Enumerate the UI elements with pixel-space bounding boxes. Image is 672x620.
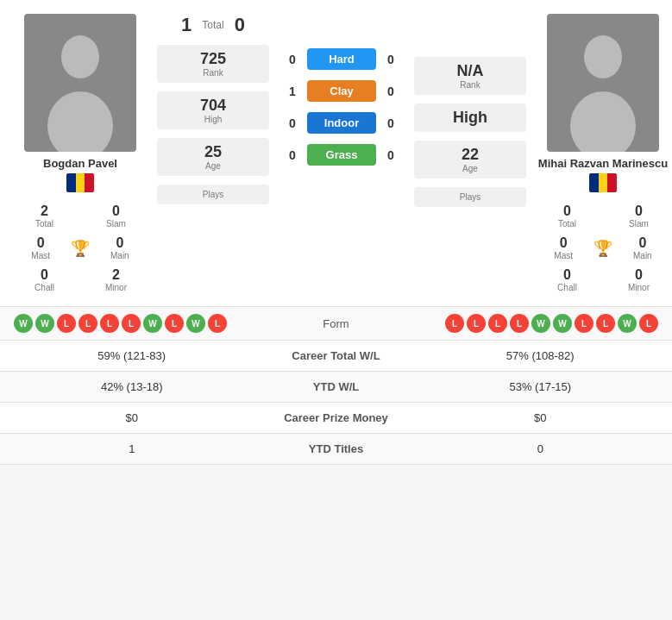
right-age-label: Age xyxy=(423,164,518,173)
total-score-row: 1 Total 0 xyxy=(157,14,269,36)
left-slam-value: 0 xyxy=(112,204,120,219)
right-form-badges: LLLLWWLLWL xyxy=(397,314,659,333)
left-plays-box: Plays xyxy=(157,185,269,204)
bottom-section: WWLLLLWLWL Form LLLLWWLLWL 59% (121-83) … xyxy=(0,306,672,465)
right-trophy-icon: 🏆 xyxy=(593,239,612,258)
left-rank-value: 725 xyxy=(166,50,261,68)
stats-right-2: $0 xyxy=(423,411,659,424)
right-rank-label: Rank xyxy=(423,80,518,90)
right-minor-stat: 0 Minor xyxy=(608,267,669,292)
right-player-stats: 0 Total 0 Slam 0 Mast 🏆 0 Main xyxy=(530,204,672,292)
form-row: WWLLLLWLWL Form LLLLWWLLWL xyxy=(0,307,672,341)
left-total-stat: 2 Total xyxy=(14,204,75,229)
form-badge-l: L xyxy=(575,314,593,333)
form-badge-l: L xyxy=(488,314,507,333)
stats-left-2: $0 xyxy=(14,411,250,424)
right-chall-label: Chall xyxy=(557,283,577,292)
left-player-avatar xyxy=(24,14,136,152)
right-player-avatar xyxy=(547,14,659,152)
form-badge-l: L xyxy=(596,314,615,333)
stats-right-3: 0 xyxy=(423,442,659,455)
hard-button[interactable]: Hard xyxy=(307,48,376,70)
right-main-value: 0 xyxy=(638,235,646,251)
stats-center-1: YTD W/L xyxy=(250,380,423,393)
right-plays-label: Plays xyxy=(423,192,518,202)
main-container: Bogdan Pavel 2 Total 0 Slam xyxy=(0,0,672,465)
clay-button[interactable]: Clay xyxy=(307,80,376,102)
left-rank-label: Rank xyxy=(166,68,261,78)
right-player-flag xyxy=(589,173,617,197)
left-high-label: High xyxy=(166,115,261,124)
form-badge-w: W xyxy=(143,314,162,333)
stats-left-3: 1 xyxy=(14,442,250,455)
right-chall-value: 0 xyxy=(563,267,571,283)
right-total-label: Total xyxy=(558,219,576,229)
right-total-value: 0 xyxy=(563,204,571,219)
clay-right-score: 0 xyxy=(383,85,399,98)
left-chall-label: Chall xyxy=(35,283,54,292)
left-age-box: 25 Age xyxy=(157,138,269,176)
right-high-box: High xyxy=(414,103,526,132)
right-main-stat: 0 Main xyxy=(633,235,652,260)
left-minor-stat: 2 Minor xyxy=(85,267,147,292)
left-minor-label: Minor xyxy=(105,283,127,292)
form-badge-l: L xyxy=(208,314,227,333)
left-chall-stat: 0 Chall xyxy=(14,267,75,292)
svg-point-1 xyxy=(47,91,113,152)
right-main-label: Main xyxy=(633,251,652,260)
left-rank-box: 725 Rank xyxy=(157,45,269,83)
right-minor-label: Minor xyxy=(628,283,650,292)
right-mast-value: 0 xyxy=(560,235,568,251)
left-total-label: Total xyxy=(35,219,53,229)
right-slam-label: Slam xyxy=(629,219,649,229)
form-badge-w: W xyxy=(186,314,205,333)
form-badge-w: W xyxy=(618,314,637,333)
stats-row-0: 59% (121-83) Career Total W/L 57% (108-8… xyxy=(0,341,672,372)
form-badge-l: L xyxy=(100,314,119,333)
right-rank-value: N/A xyxy=(423,62,518,80)
left-slam-label: Slam xyxy=(106,219,126,229)
right-age-box: 22 Age xyxy=(414,141,526,178)
grass-button[interactable]: Grass xyxy=(307,144,376,166)
indoor-surface-row: 0 Indoor 0 xyxy=(273,112,411,134)
form-badge-l: L xyxy=(467,314,486,333)
form-badge-l: L xyxy=(165,314,184,333)
left-age-label: Age xyxy=(166,161,261,171)
left-total-value: 2 xyxy=(41,204,48,219)
right-player-name: Mihai Razvan Marinescu xyxy=(538,157,668,170)
svg-point-3 xyxy=(570,91,636,152)
left-high-value: 704 xyxy=(166,97,261,115)
left-mast-stat: 0 Mast xyxy=(31,235,50,260)
left-trophy-icon: 🏆 xyxy=(71,239,90,258)
indoor-left-score: 0 xyxy=(285,116,300,130)
indoor-button[interactable]: Indoor xyxy=(307,112,376,134)
center-surface-panel: 0 Hard 0 1 Clay 0 0 Indoor 0 0 Grass 0 xyxy=(273,14,411,292)
right-chall-stat: 0 Chall xyxy=(537,267,598,292)
stats-left-1: 42% (13-18) xyxy=(14,380,250,393)
right-high-value: High xyxy=(423,109,518,127)
form-badge-l: L xyxy=(445,314,464,333)
left-player-name: Bogdan Pavel xyxy=(43,157,117,170)
svg-point-0 xyxy=(61,35,99,78)
stats-center-0: Career Total W/L xyxy=(250,349,423,362)
right-rank-box: N/A Rank xyxy=(414,57,526,95)
stats-row-3: 1 YTD Titles 0 xyxy=(0,434,672,465)
left-trophy-row: 0 Mast 🏆 0 Main xyxy=(14,235,147,260)
left-high-box: 704 High xyxy=(157,91,269,129)
left-slam-stat: 0 Slam xyxy=(85,204,147,229)
left-age-value: 25 xyxy=(166,143,261,161)
left-main-value: 0 xyxy=(116,235,123,251)
grass-surface-row: 0 Grass 0 xyxy=(273,144,411,166)
left-player-card: Bogdan Pavel 2 Total 0 Slam xyxy=(7,14,154,292)
right-middle-panel: N/A Rank High 22 Age Plays xyxy=(414,14,526,292)
left-plays-label: Plays xyxy=(166,190,261,199)
grass-left-score: 0 xyxy=(285,148,300,162)
stats-center-2: Career Prize Money xyxy=(250,411,423,424)
form-badge-l: L xyxy=(122,314,141,333)
form-badge-l: L xyxy=(639,314,658,333)
right-trophy-row: 0 Mast 🏆 0 Main xyxy=(537,235,669,260)
right-slam-stat: 0 Slam xyxy=(608,204,669,229)
right-minor-value: 0 xyxy=(635,267,643,283)
stats-center-3: YTD Titles xyxy=(250,442,423,455)
form-badge-w: W xyxy=(531,314,550,333)
